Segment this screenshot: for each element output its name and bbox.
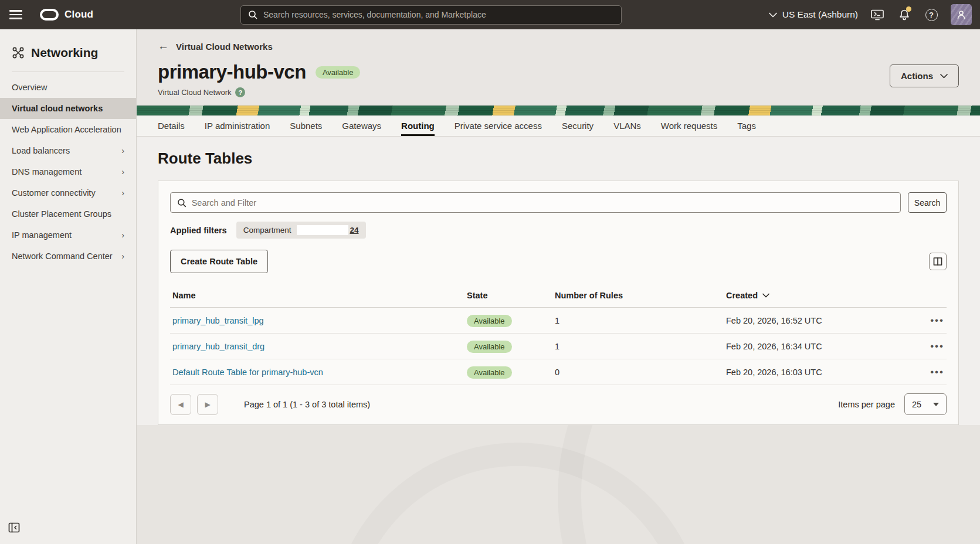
tab-tags[interactable]: Tags (737, 115, 756, 136)
chevron-down-icon (769, 12, 777, 18)
rules-count: 1 (552, 334, 724, 359)
created-timestamp: Feb 20, 2026, 16:03 UTC (724, 359, 917, 385)
row-actions-menu-icon[interactable]: ••• (930, 341, 944, 352)
tab-work-requests[interactable]: Work requests (661, 115, 717, 136)
cloud-shell-icon[interactable] (870, 7, 885, 22)
breadcrumb[interactable]: ← Virtual Cloud Networks (158, 40, 273, 53)
decorative-banner (137, 106, 980, 115)
tab-routing[interactable]: Routing (401, 115, 435, 136)
search-button[interactable]: Search (908, 192, 947, 213)
rules-count: 1 (552, 308, 724, 334)
column-header-actions (917, 285, 947, 308)
section-heading: Route Tables (158, 149, 961, 168)
sidebar-item-ip-management[interactable]: IP management› (0, 225, 136, 246)
table-header-row: Name State Number of Rules Created (170, 285, 947, 308)
table-row: primary_hub_transit_drg Available 1 Feb … (170, 334, 947, 359)
sort-created[interactable]: Created (726, 291, 769, 300)
route-tables-table: Name State Number of Rules Created (170, 285, 947, 385)
status-badge: Available (316, 66, 361, 79)
chevron-right-icon: › (121, 230, 124, 240)
next-page-button[interactable]: ▶ (197, 394, 218, 415)
tab-subnets[interactable]: Subnets (290, 115, 322, 136)
filter-value-suffix: 24 (350, 226, 358, 234)
compartment-filter-pill[interactable]: Compartment 24 (236, 222, 366, 239)
brand-name: Cloud (65, 9, 93, 21)
sidebar-item-dns-management[interactable]: DNS management› (0, 161, 136, 182)
table-row: primary_hub_transit_lpg Available 1 Feb … (170, 308, 947, 334)
tab-security[interactable]: Security (562, 115, 594, 136)
collapse-sidebar-icon[interactable] (8, 522, 20, 536)
table-row: Default Route Table for primary-hub-vcn … (170, 359, 947, 385)
previous-page-button[interactable]: ◀ (170, 394, 191, 415)
help-tooltip-icon[interactable]: ? (235, 87, 245, 97)
status-badge: Available (467, 366, 512, 379)
route-tables-card: Search Applied filters Compartment 24 Cr… (158, 181, 959, 425)
resource-type-label: Virtual Cloud Network (158, 88, 231, 97)
row-actions-menu-icon[interactable]: ••• (930, 315, 944, 326)
column-header-state: State (464, 285, 552, 308)
column-manager-icon[interactable] (929, 253, 947, 270)
topbar: Cloud US East (Ashburn) ? (0, 0, 980, 29)
region-selector[interactable]: US East (Ashburn) (769, 9, 858, 20)
page-title: primary-hub-vcn (158, 61, 306, 83)
dropdown-arrow-icon (933, 403, 939, 406)
actions-button[interactable]: Actions (890, 64, 959, 87)
create-route-table-button[interactable]: Create Route Table (170, 250, 268, 273)
redacted-value (297, 225, 348, 235)
tab-bar: Details IP administration Subnets Gatewa… (137, 115, 980, 137)
page-header: ← Virtual Cloud Networks primary-hub-vcn… (137, 29, 980, 106)
networking-icon (12, 46, 25, 59)
sidebar-item-cluster-placement-groups[interactable]: Cluster Placement Groups (0, 203, 136, 225)
topbar-right: US East (Ashburn) ? (769, 4, 972, 25)
route-table-link[interactable]: primary_hub_transit_drg (172, 342, 265, 351)
applied-filters-label: Applied filters (170, 226, 227, 235)
status-badge: Available (467, 315, 512, 327)
created-timestamp: Feb 20, 2026, 16:52 UTC (724, 308, 917, 334)
row-actions-menu-icon[interactable]: ••• (930, 366, 944, 378)
decorative-footer (137, 425, 980, 544)
user-avatar[interactable] (951, 4, 972, 25)
sidebar-title: Networking (31, 46, 98, 60)
content-area: Route Tables Search Applied filters Comp… (137, 137, 980, 425)
sidebar-item-network-command-center[interactable]: Network Command Center› (0, 246, 136, 267)
tab-gateways[interactable]: Gateways (342, 115, 381, 136)
tab-details[interactable]: Details (158, 115, 185, 136)
route-table-link[interactable]: primary_hub_transit_lpg (172, 316, 264, 325)
items-per-page-select[interactable]: 25 (904, 393, 947, 415)
pagination: ◀ ▶ Page 1 of 1 (1 - 3 of 3 total items)… (170, 385, 947, 424)
column-header-name: Name (170, 285, 464, 308)
oracle-logo-icon (40, 9, 59, 21)
sidebar: Networking Overview Virtual cloud networ… (0, 29, 137, 544)
tab-vlans[interactable]: VLANs (613, 115, 641, 136)
status-badge: Available (467, 341, 512, 353)
tab-ip-administration[interactable]: IP administration (205, 115, 270, 136)
sidebar-item-load-balancers[interactable]: Load balancers› (0, 140, 136, 161)
sidebar-item-overview[interactable]: Overview (0, 77, 136, 98)
sidebar-item-web-application-acceleration[interactable]: Web Application Acceleration (0, 119, 136, 140)
column-header-created: Created (724, 285, 917, 308)
sidebar-item-customer-connectivity[interactable]: Customer connectivity› (0, 182, 136, 203)
chevron-right-icon: › (121, 146, 124, 155)
search-filter-box[interactable] (170, 192, 901, 213)
chevron-right-icon: › (121, 167, 124, 176)
notifications-bell-icon[interactable] (897, 7, 912, 22)
global-search[interactable] (240, 5, 622, 25)
rules-count: 0 (552, 359, 724, 385)
sort-chevron-icon (762, 293, 769, 298)
created-timestamp: Feb 20, 2026, 16:34 UTC (724, 334, 917, 359)
menu-icon[interactable] (8, 7, 23, 22)
sidebar-item-virtual-cloud-networks[interactable]: Virtual cloud networks (0, 98, 136, 119)
back-arrow-icon: ← (158, 40, 169, 53)
region-label: US East (Ashburn) (782, 9, 858, 20)
items-per-page-label: Items per page (838, 400, 895, 409)
tab-private-service-access[interactable]: Private service access (455, 115, 542, 136)
main-area: ← Virtual Cloud Networks primary-hub-vcn… (137, 29, 980, 544)
chevron-right-icon: › (121, 188, 124, 198)
help-icon[interactable]: ? (924, 7, 939, 22)
brand[interactable]: Cloud (40, 9, 93, 21)
global-search-input[interactable] (263, 10, 614, 19)
pagination-text: Page 1 of 1 (1 - 3 of 3 total items) (244, 400, 370, 409)
search-icon (248, 10, 257, 19)
route-table-link[interactable]: Default Route Table for primary-hub-vcn (172, 368, 323, 377)
search-filter-input[interactable] (192, 198, 894, 208)
